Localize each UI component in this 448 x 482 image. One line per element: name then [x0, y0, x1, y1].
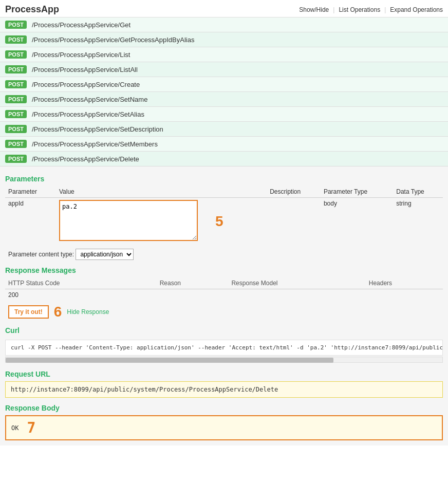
method-badge: POST — [5, 125, 27, 133]
list-item[interactable]: POST /Process/ProcessAppService/List — [0, 47, 448, 62]
op-path: /Process/ProcessAppService/SetName — [32, 96, 147, 103]
param-type: body — [321, 198, 393, 245]
hide-response-link[interactable]: Hide Response — [67, 308, 109, 316]
page-container: ProcessApp Show/Hide | List Operations |… — [0, 0, 448, 482]
method-badge: POST — [5, 50, 27, 59]
scrollbar-thumb — [6, 358, 333, 363]
curl-command: curl -X POST --header 'Content-Type: app… — [5, 340, 443, 356]
list-item[interactable]: POST /Process/ProcessAppService/Create — [0, 77, 448, 92]
list-item[interactable]: POST /Process/ProcessAppService/SetDescr… — [0, 122, 448, 137]
content-type-label: Parameter content type: — [8, 251, 74, 258]
method-badge: POST — [5, 155, 27, 163]
try-it-out-button[interactable]: Try it out! — [8, 305, 49, 319]
step-7-label: 7 — [27, 419, 35, 436]
response-messages-table: HTTP Status Code Reason Response Model H… — [5, 277, 443, 301]
param-name: appId — [5, 198, 56, 245]
response-body-section: Response Body OK 7 — [5, 404, 443, 440]
list-item[interactable]: POST /Process/ProcessAppService/Delete — [0, 152, 448, 166]
list-item[interactable]: POST /Process/ProcessAppService/SetMembe… — [0, 137, 448, 152]
response-messages-title: Response Messages — [5, 266, 443, 274]
content-type-select[interactable]: application/json — [76, 249, 134, 260]
request-url-section: Request URL http://instance7:8099/api/pu… — [5, 370, 443, 398]
parameters-table: Parameter Value Description Parameter Ty… — [5, 186, 443, 245]
op-path: /Process/ProcessAppService/GetProcessApp… — [32, 36, 194, 44]
curl-title: Curl — [5, 326, 443, 335]
try-it-out-row: Try it out! 6 Hide Response — [5, 304, 443, 320]
col-status-code: HTTP Status Code — [5, 277, 157, 289]
method-badge: POST — [5, 35, 27, 44]
op-path: /Process/ProcessAppService/SetAlias — [32, 110, 144, 118]
col-parameter: Parameter — [5, 186, 56, 198]
header: ProcessApp Show/Hide | List Operations |… — [0, 0, 448, 17]
op-path: /Process/ProcessAppService/ListAll — [32, 66, 138, 73]
param-data-type: string — [393, 198, 443, 245]
request-url-value: http://instance7:8099/api/public/system/… — [5, 381, 443, 398]
op-path: /Process/ProcessAppService/Get — [32, 21, 130, 29]
list-operations-link[interactable]: List Operations — [339, 6, 380, 13]
method-badge: POST — [5, 80, 27, 88]
operations-list: POST /Process/ProcessAppService/Get POST… — [0, 17, 448, 166]
list-item[interactable]: POST /Process/ProcessAppService/SetAlias — [0, 107, 448, 122]
param-value-cell: pa.2 5 — [56, 198, 267, 245]
param-value-textarea[interactable]: pa.2 — [59, 200, 198, 241]
op-path: /Process/ProcessAppService/Delete — [32, 155, 139, 163]
reason — [157, 289, 229, 301]
response-body-box: OK 7 — [5, 415, 443, 440]
op-path: /Process/ProcessAppService/SetMembers — [32, 140, 158, 148]
headers-cell — [366, 289, 443, 301]
list-item[interactable]: POST /Process/ProcessAppService/SetName — [0, 92, 448, 107]
expand-operations-link[interactable]: Expand Operations — [390, 6, 443, 13]
method-badge: POST — [5, 21, 27, 29]
step-5-label: 5 — [215, 213, 223, 230]
op-path: /Process/ProcessAppService/List — [32, 51, 130, 59]
step-6-label: 6 — [54, 304, 62, 320]
col-response-model: Response Model — [228, 277, 365, 289]
page-title: ProcessApp — [5, 4, 59, 15]
col-description: Description — [267, 186, 321, 198]
header-links: Show/Hide | List Operations | Expand Ope… — [299, 6, 443, 13]
list-item[interactable]: POST /Process/ProcessAppService/ListAll — [0, 62, 448, 77]
content-type-row: Parameter content type: application/json — [8, 249, 443, 260]
col-value: Value — [56, 186, 267, 198]
col-param-type: Parameter Type — [321, 186, 393, 198]
response-model — [228, 289, 365, 301]
table-row: appId pa.2 5 body string — [5, 198, 443, 245]
response-body-value: OK — [11, 424, 18, 432]
method-badge: POST — [5, 95, 27, 103]
col-reason: Reason — [157, 277, 229, 289]
method-badge: POST — [5, 65, 27, 73]
method-badge: POST — [5, 110, 27, 118]
list-item[interactable]: POST /Process/ProcessAppService/Get — [0, 17, 448, 32]
status-code: 200 — [5, 289, 157, 301]
method-badge: POST — [5, 140, 27, 148]
op-path: /Process/ProcessAppService/Create — [32, 81, 140, 88]
parameters-title: Parameters — [5, 175, 443, 183]
curl-scrollbar[interactable] — [5, 357, 443, 363]
op-path: /Process/ProcessAppService/SetDescriptio… — [32, 125, 163, 133]
show-hide-link[interactable]: Show/Hide — [299, 6, 329, 13]
table-row: 200 — [5, 289, 443, 301]
response-messages-section: Response Messages HTTP Status Code Reaso… — [5, 266, 443, 301]
parameters-section: Parameters Parameter Value Description P… — [5, 175, 443, 260]
curl-scroll[interactable]: curl -X POST --header 'Content-Type: app… — [5, 338, 443, 364]
param-description — [267, 198, 321, 245]
response-body-title: Response Body — [5, 404, 443, 412]
request-url-title: Request URL — [5, 370, 443, 378]
col-headers: Headers — [366, 277, 443, 289]
list-item[interactable]: POST /Process/ProcessAppService/GetProce… — [0, 32, 448, 47]
col-data-type: Data Type — [393, 186, 443, 198]
curl-section: Curl curl -X POST --header 'Content-Type… — [5, 326, 443, 364]
